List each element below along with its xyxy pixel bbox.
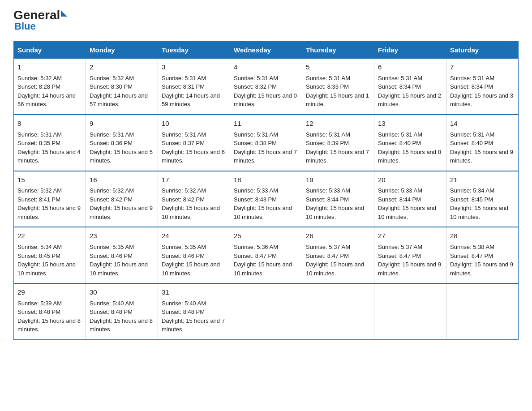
- day-number: 15: [17, 175, 82, 185]
- calendar-week-row: 29 Sunrise: 5:39 AMSunset: 8:48 PMDaylig…: [14, 283, 519, 340]
- day-info: Sunrise: 5:39 AMSunset: 8:48 PMDaylight:…: [17, 299, 82, 334]
- calendar-cell: 9 Sunrise: 5:31 AMSunset: 8:36 PMDayligh…: [86, 115, 158, 171]
- calendar-cell: 14 Sunrise: 5:31 AMSunset: 8:40 PMDaylig…: [446, 115, 519, 171]
- day-number: 1: [17, 62, 82, 72]
- day-number: 13: [378, 119, 442, 128]
- day-number: 31: [162, 287, 226, 297]
- calendar-cell: 17 Sunrise: 5:32 AMSunset: 8:42 PMDaylig…: [158, 171, 230, 227]
- calendar-cell: [302, 283, 374, 340]
- day-info: Sunrise: 5:33 AMSunset: 8:44 PMDaylight:…: [306, 186, 370, 221]
- calendar-cell: 31 Sunrise: 5:40 AMSunset: 8:48 PMDaylig…: [158, 283, 230, 340]
- day-info: Sunrise: 5:33 AMSunset: 8:43 PMDaylight:…: [234, 186, 298, 221]
- calendar-cell: 29 Sunrise: 5:39 AMSunset: 8:48 PMDaylig…: [14, 283, 86, 340]
- day-info: Sunrise: 5:31 AMSunset: 8:36 PMDaylight:…: [90, 130, 154, 165]
- day-info: Sunrise: 5:34 AMSunset: 8:45 PMDaylight:…: [450, 186, 515, 221]
- day-number: 22: [17, 231, 82, 241]
- calendar-cell: 10 Sunrise: 5:31 AMSunset: 8:37 PMDaylig…: [158, 115, 230, 171]
- calendar-week-row: 15 Sunrise: 5:32 AMSunset: 8:41 PMDaylig…: [14, 171, 519, 227]
- day-number: 23: [90, 231, 154, 241]
- day-number: 14: [450, 119, 515, 128]
- calendar-header-sunday: Sunday: [14, 42, 86, 59]
- calendar-cell: 2 Sunrise: 5:32 AMSunset: 8:30 PMDayligh…: [86, 59, 158, 115]
- day-info: Sunrise: 5:35 AMSunset: 8:46 PMDaylight:…: [162, 243, 226, 278]
- calendar-cell: 24 Sunrise: 5:35 AMSunset: 8:46 PMDaylig…: [158, 227, 230, 283]
- day-info: Sunrise: 5:31 AMSunset: 8:33 PMDaylight:…: [306, 74, 370, 109]
- day-number: 9: [90, 119, 154, 128]
- day-number: 28: [450, 231, 515, 241]
- calendar-cell: 20 Sunrise: 5:33 AMSunset: 8:44 PMDaylig…: [374, 171, 446, 227]
- logo-general-text: General: [13, 9, 60, 21]
- day-number: 18: [234, 175, 298, 185]
- day-info: Sunrise: 5:32 AMSunset: 8:42 PMDaylight:…: [162, 186, 226, 221]
- calendar-week-row: 8 Sunrise: 5:31 AMSunset: 8:35 PMDayligh…: [14, 115, 519, 171]
- day-info: Sunrise: 5:32 AMSunset: 8:41 PMDaylight:…: [17, 186, 82, 221]
- day-number: 12: [306, 119, 370, 128]
- calendar-cell: 19 Sunrise: 5:33 AMSunset: 8:44 PMDaylig…: [302, 171, 374, 227]
- day-info: Sunrise: 5:31 AMSunset: 8:31 PMDaylight:…: [162, 74, 226, 109]
- day-info: Sunrise: 5:37 AMSunset: 8:47 PMDaylight:…: [378, 243, 442, 278]
- calendar-cell: 28 Sunrise: 5:38 AMSunset: 8:47 PMDaylig…: [446, 227, 519, 283]
- day-info: Sunrise: 5:37 AMSunset: 8:47 PMDaylight:…: [306, 243, 370, 278]
- calendar-header-monday: Monday: [86, 42, 158, 59]
- day-info: Sunrise: 5:31 AMSunset: 8:40 PMDaylight:…: [378, 130, 442, 165]
- calendar-cell: 4 Sunrise: 5:31 AMSunset: 8:32 PMDayligh…: [230, 59, 302, 115]
- calendar-week-row: 1 Sunrise: 5:32 AMSunset: 8:28 PMDayligh…: [14, 59, 519, 115]
- calendar-week-row: 22 Sunrise: 5:34 AMSunset: 8:45 PMDaylig…: [14, 227, 519, 283]
- day-info: Sunrise: 5:32 AMSunset: 8:28 PMDaylight:…: [17, 74, 82, 109]
- day-number: 29: [17, 287, 82, 297]
- calendar-cell: 13 Sunrise: 5:31 AMSunset: 8:40 PMDaylig…: [374, 115, 446, 171]
- day-info: Sunrise: 5:34 AMSunset: 8:45 PMDaylight:…: [17, 243, 82, 278]
- day-number: 19: [306, 175, 370, 185]
- day-info: Sunrise: 5:31 AMSunset: 8:40 PMDaylight:…: [450, 130, 515, 165]
- calendar-cell: 27 Sunrise: 5:37 AMSunset: 8:47 PMDaylig…: [374, 227, 446, 283]
- logo: General Blue: [13, 9, 68, 32]
- day-number: 30: [90, 287, 154, 297]
- calendar-cell: 26 Sunrise: 5:37 AMSunset: 8:47 PMDaylig…: [302, 227, 374, 283]
- calendar-cell: 23 Sunrise: 5:35 AMSunset: 8:46 PMDaylig…: [86, 227, 158, 283]
- day-info: Sunrise: 5:31 AMSunset: 8:38 PMDaylight:…: [234, 130, 298, 165]
- day-number: 8: [17, 119, 82, 128]
- day-info: Sunrise: 5:32 AMSunset: 8:42 PMDaylight:…: [90, 186, 154, 221]
- day-info: Sunrise: 5:31 AMSunset: 8:34 PMDaylight:…: [378, 74, 442, 109]
- calendar-header-saturday: Saturday: [446, 42, 519, 59]
- calendar-cell: 30 Sunrise: 5:40 AMSunset: 8:48 PMDaylig…: [86, 283, 158, 340]
- day-number: 24: [162, 231, 226, 241]
- calendar-header-tuesday: Tuesday: [158, 42, 230, 59]
- day-number: 25: [234, 231, 298, 241]
- calendar-cell: 18 Sunrise: 5:33 AMSunset: 8:43 PMDaylig…: [230, 171, 302, 227]
- calendar-cell: 6 Sunrise: 5:31 AMSunset: 8:34 PMDayligh…: [374, 59, 446, 115]
- day-number: 17: [162, 175, 226, 185]
- page-header: General Blue: [13, 9, 519, 32]
- calendar-header-thursday: Thursday: [302, 42, 374, 59]
- day-number: 27: [378, 231, 442, 241]
- day-info: Sunrise: 5:40 AMSunset: 8:48 PMDaylight:…: [90, 299, 154, 334]
- day-number: 5: [306, 62, 370, 72]
- calendar-cell: 11 Sunrise: 5:31 AMSunset: 8:38 PMDaylig…: [230, 115, 302, 171]
- calendar-cell: 7 Sunrise: 5:31 AMSunset: 8:34 PMDayligh…: [446, 59, 519, 115]
- calendar-cell: 21 Sunrise: 5:34 AMSunset: 8:45 PMDaylig…: [446, 171, 519, 227]
- calendar-header-wednesday: Wednesday: [230, 42, 302, 59]
- day-info: Sunrise: 5:38 AMSunset: 8:47 PMDaylight:…: [450, 243, 515, 278]
- calendar-cell: [230, 283, 302, 340]
- calendar-table: SundayMondayTuesdayWednesdayThursdayFrid…: [13, 41, 519, 340]
- calendar-cell: 5 Sunrise: 5:31 AMSunset: 8:33 PMDayligh…: [302, 59, 374, 115]
- day-number: 26: [306, 231, 370, 241]
- day-info: Sunrise: 5:31 AMSunset: 8:39 PMDaylight:…: [306, 130, 370, 165]
- calendar-cell: [446, 283, 519, 340]
- calendar-cell: [374, 283, 446, 340]
- day-number: 6: [378, 62, 442, 72]
- day-number: 2: [90, 62, 154, 72]
- day-info: Sunrise: 5:36 AMSunset: 8:47 PMDaylight:…: [234, 243, 298, 278]
- day-info: Sunrise: 5:31 AMSunset: 8:35 PMDaylight:…: [17, 130, 82, 165]
- day-info: Sunrise: 5:32 AMSunset: 8:30 PMDaylight:…: [90, 74, 154, 109]
- day-info: Sunrise: 5:35 AMSunset: 8:46 PMDaylight:…: [90, 243, 154, 278]
- calendar-header-row: SundayMondayTuesdayWednesdayThursdayFrid…: [14, 42, 519, 59]
- calendar-header-friday: Friday: [374, 42, 446, 59]
- day-info: Sunrise: 5:33 AMSunset: 8:44 PMDaylight:…: [378, 186, 442, 221]
- calendar-cell: 22 Sunrise: 5:34 AMSunset: 8:45 PMDaylig…: [14, 227, 86, 283]
- day-info: Sunrise: 5:40 AMSunset: 8:48 PMDaylight:…: [162, 299, 226, 334]
- day-number: 21: [450, 175, 515, 185]
- calendar-cell: 12 Sunrise: 5:31 AMSunset: 8:39 PMDaylig…: [302, 115, 374, 171]
- day-info: Sunrise: 5:31 AMSunset: 8:34 PMDaylight:…: [450, 74, 515, 109]
- calendar-cell: 25 Sunrise: 5:36 AMSunset: 8:47 PMDaylig…: [230, 227, 302, 283]
